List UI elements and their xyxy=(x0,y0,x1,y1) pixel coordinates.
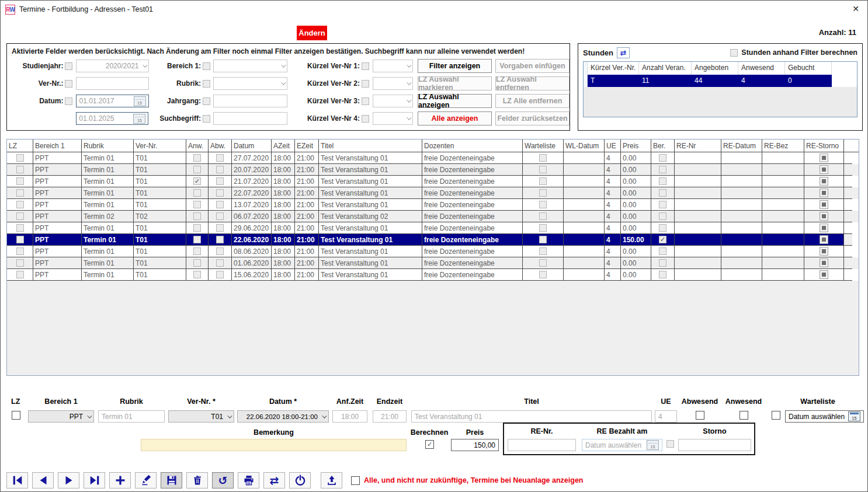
table-row[interactable]: PPTTermin 01T0101.06.202018:0021:00Test … xyxy=(7,257,859,269)
upload-button[interactable] xyxy=(321,472,342,488)
checkbox[interactable] xyxy=(16,189,24,197)
checkbox[interactable] xyxy=(216,177,224,185)
checkbox[interactable] xyxy=(539,189,547,197)
jahrgang-input[interactable] xyxy=(213,95,287,107)
storno-checkbox[interactable] xyxy=(820,259,828,267)
save-record-button[interactable] xyxy=(161,472,182,488)
preis-form-input[interactable]: 150,00 xyxy=(451,439,499,451)
storno-checkbox[interactable] xyxy=(820,212,828,221)
alle-termine-checkbox[interactable] xyxy=(351,476,360,485)
column-header-ber[interactable]: Ber. xyxy=(651,139,675,152)
table-row[interactable]: PPTTermin 01T0108.06.202018:0021:00Test … xyxy=(7,246,859,257)
checkbox[interactable] xyxy=(216,212,224,220)
checkbox[interactable] xyxy=(216,166,224,173)
checkbox[interactable] xyxy=(659,247,666,255)
lz-form-checkbox[interactable] xyxy=(12,411,20,420)
kuerzel3-select[interactable] xyxy=(373,95,413,107)
checkbox[interactable] xyxy=(16,201,24,208)
berechnen-checkbox[interactable] xyxy=(425,440,434,449)
checkbox[interactable] xyxy=(659,166,666,173)
abwesend-checkbox[interactable] xyxy=(696,411,704,420)
datum-checkbox[interactable] xyxy=(65,97,72,105)
renr-input[interactable] xyxy=(508,439,576,451)
calendar-icon[interactable]: 15 xyxy=(647,440,659,450)
checkbox[interactable] xyxy=(16,236,24,243)
checkbox[interactable] xyxy=(216,154,224,162)
aendern-button[interactable]: Ändern xyxy=(297,26,327,40)
storno-checkbox[interactable] xyxy=(820,224,828,232)
table-row[interactable]: PPTTermin 02T0206.07.202018:0021:00Test … xyxy=(7,211,859,222)
column-header-ezeit[interactable]: EZeit xyxy=(295,139,319,152)
warteliste-checkbox[interactable] xyxy=(772,411,780,420)
column-header-anw[interactable]: Anw. xyxy=(186,139,209,152)
transfer-button[interactable]: ⇄ xyxy=(263,472,285,488)
calendar-icon[interactable]: 15 xyxy=(133,114,145,124)
checkbox[interactable] xyxy=(193,166,201,173)
edit-record-button[interactable] xyxy=(135,472,157,488)
previous-record-button[interactable] xyxy=(32,472,54,488)
storno-checkbox[interactable] xyxy=(820,235,828,244)
stunden-column-header[interactable]: Kürzel Ver.-Nr. xyxy=(588,62,639,75)
checkbox[interactable] xyxy=(216,189,224,197)
suchbegriff-checkbox[interactable] xyxy=(203,115,210,123)
checkbox[interactable] xyxy=(16,212,24,220)
checkbox[interactable] xyxy=(659,236,666,243)
bemerkung-input[interactable] xyxy=(141,439,407,451)
close-icon[interactable]: ✕ xyxy=(852,5,859,13)
felder-zuruecksetzen-button[interactable]: Felder zurücksetzen xyxy=(495,111,570,125)
lz-auswahl-anzeigen-button[interactable]: LZ Auswahl anzeigen xyxy=(418,94,492,108)
refresh-icon[interactable]: ⇄ xyxy=(617,47,630,58)
column-header-lz[interactable]: LZ xyxy=(7,139,33,152)
stunden-column-header[interactable]: Anzahl Veran. xyxy=(639,62,692,75)
stunden-row[interactable]: T114440 xyxy=(584,75,857,87)
storno-input[interactable] xyxy=(678,439,751,451)
column-header-warteliste[interactable]: Warteliste xyxy=(523,139,564,152)
column-header-redatum[interactable]: RE-Datum xyxy=(721,139,762,152)
checkbox[interactable] xyxy=(216,224,224,232)
lz-auswahl-markieren-button[interactable]: LZ Auswahl markieren xyxy=(418,76,492,90)
table-row[interactable]: PPTTermin 01T0121.07.202018:0021:00Test … xyxy=(7,176,859,187)
ue-form-input[interactable]: 4 xyxy=(655,410,677,423)
next-record-button[interactable] xyxy=(58,472,79,488)
table-row[interactable]: PPTTermin 01T0127.07.202018:0021:00Test … xyxy=(7,152,859,164)
checkbox[interactable] xyxy=(193,236,201,243)
checkbox[interactable] xyxy=(539,201,547,208)
checkbox[interactable] xyxy=(539,224,547,232)
storno-checkbox[interactable] xyxy=(820,247,828,256)
column-header-ue[interactable]: UE xyxy=(605,139,621,152)
column-header-azeit[interactable]: AZeit xyxy=(272,139,295,152)
checkbox[interactable] xyxy=(216,247,224,255)
checkbox[interactable] xyxy=(16,259,24,267)
checkbox[interactable] xyxy=(193,189,201,197)
titel-form-input[interactable]: Test Veranstaltung 01 xyxy=(411,410,652,423)
table-row[interactable]: PPTTermin 01T0122.06.202018:0021:00Test … xyxy=(7,234,859,246)
bereich1-select[interactable] xyxy=(213,60,287,72)
checkbox[interactable] xyxy=(16,166,24,173)
stunden-filter-checkbox[interactable] xyxy=(730,49,738,57)
storno-checkbox[interactable] xyxy=(820,270,828,279)
kuerzel2-checkbox[interactable] xyxy=(362,80,369,88)
add-record-button[interactable] xyxy=(109,472,131,488)
checkbox[interactable] xyxy=(193,247,201,255)
datum-form-select[interactable]: 22.06.2020 18:00-21:00 xyxy=(237,410,329,423)
lz-alle-entfernen-button[interactable]: LZ Alle entfernen xyxy=(495,94,570,108)
checkbox[interactable] xyxy=(193,212,201,220)
checkbox[interactable] xyxy=(216,236,224,243)
checkbox[interactable] xyxy=(216,259,224,267)
filter-anzeigen-button[interactable]: Filter anzeigen xyxy=(418,59,492,73)
storno-checkbox[interactable] xyxy=(820,153,828,162)
column-header-wldatum[interactable]: WL-Datum xyxy=(564,139,605,152)
checkbox[interactable] xyxy=(659,177,666,185)
rubrik-checkbox[interactable] xyxy=(203,80,210,88)
checkbox[interactable] xyxy=(539,166,547,173)
stunden-table[interactable]: Kürzel Ver.-Nr.Anzahl Veran.AngebotenAnw… xyxy=(583,61,857,117)
jahrgang-checkbox[interactable] xyxy=(203,97,210,105)
undo-button[interactable]: ↺ xyxy=(212,472,234,488)
studienjahr-checkbox[interactable] xyxy=(65,62,72,70)
datum-von-input[interactable]: 01.01.201715 xyxy=(76,95,148,107)
stunden-column-header[interactable]: Anwesend xyxy=(738,62,785,75)
stunden-column-header[interactable]: Angeboten xyxy=(692,62,738,75)
first-record-button[interactable] xyxy=(6,472,28,488)
checkbox[interactable] xyxy=(16,247,24,255)
anwesend-checkbox[interactable] xyxy=(739,411,748,420)
